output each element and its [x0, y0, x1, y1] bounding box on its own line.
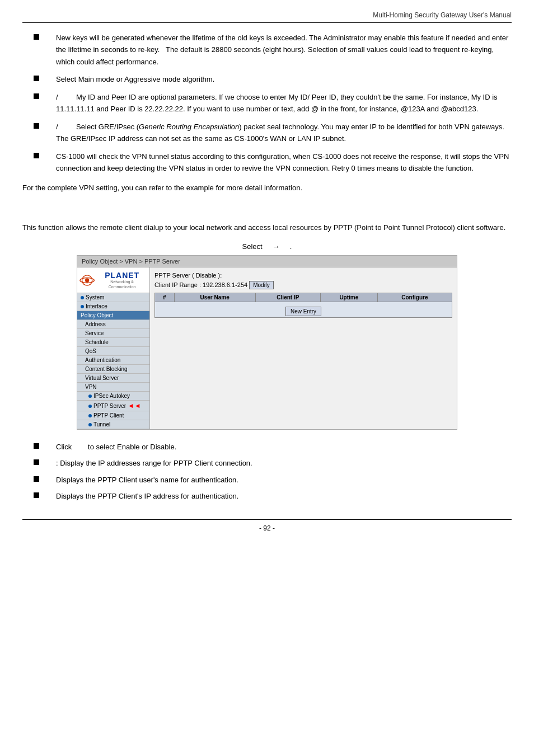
- planet-logo-icon: [79, 274, 95, 287]
- col-header-configure: Configure: [377, 293, 452, 302]
- modify-button[interactable]: Modify: [249, 281, 273, 289]
- bullet-item-3: / My ID and Peer ID are optional paramet…: [22, 91, 512, 115]
- header-title: Multi-Homing Security Gateway User's Man…: [373, 11, 512, 19]
- bullet-item-1: New keys will be generated whenever the …: [22, 32, 512, 68]
- table-new-entry-row: New Entry: [155, 302, 452, 318]
- page-footer: - 92 -: [22, 519, 512, 532]
- below-bullet-icon-2: [34, 459, 39, 465]
- below-bullet-text-2: : Display the IP addresses range for PPT…: [56, 457, 512, 469]
- new-entry-cell: New Entry: [155, 302, 452, 318]
- bullet-text-2: Select Main mode or Aggressive mode algo…: [56, 73, 512, 85]
- dot-icon: [88, 395, 92, 398]
- dot-icon: [88, 405, 92, 408]
- bullet-icon-1: [34, 34, 39, 40]
- nav-select-label: Select: [242, 242, 263, 251]
- client-ip-range: Client IP Range : 192.238.6.1-254 Modify: [154, 281, 452, 289]
- pptp-intro: This function allows the remote client d…: [22, 222, 512, 233]
- bullet-icon-2: [34, 76, 39, 81]
- below-bullet-2: : Display the IP addresses range for PPT…: [22, 457, 512, 469]
- sidebar-item-system[interactable]: System: [77, 293, 149, 302]
- bullet-item-2: Select Main mode or Aggressive mode algo…: [22, 73, 512, 85]
- sidebar-item-content-blocking[interactable]: Content Blocking: [77, 365, 149, 374]
- logo-area: PLANET Networking & Communication: [77, 267, 149, 293]
- bullet-text-3: / My ID and Peer ID are optional paramet…: [56, 91, 512, 115]
- dot-icon: [81, 296, 84, 299]
- bullet-text-4: / Select GRE/IPsec (Generic Routing Enca…: [56, 121, 512, 145]
- below-bullet-icon-4: [34, 492, 39, 498]
- col-header-index: #: [155, 293, 175, 302]
- sidebar-item-vpn[interactable]: VPN: [77, 383, 149, 392]
- sidebar-item-pptp-client[interactable]: PPTP Client: [77, 411, 149, 420]
- logo-text-sub: Networking & Communication: [97, 280, 147, 289]
- pptp-table: # User Name Client IP Uptime Configure N…: [154, 293, 452, 318]
- bullet-text-1: New keys will be generated whenever the …: [56, 32, 512, 68]
- below-bullet-list: Click to select Enable or Disable. : Dis…: [22, 441, 512, 503]
- below-bullet-1: Click to select Enable or Disable.: [22, 441, 512, 453]
- sidebar: PLANET Networking & Communication System…: [77, 267, 150, 429]
- arrow-indicator-icon: ◄◄: [128, 402, 141, 410]
- bullet-item-5: CS-1000 will check the VPN tunnel status…: [22, 151, 512, 175]
- sidebar-item-ipsec-autokey[interactable]: IPSec Autokey: [77, 392, 149, 401]
- bullet-icon-3: [34, 93, 39, 99]
- page-header: Multi-Homing Security Gateway User's Man…: [22, 11, 512, 23]
- sidebar-item-qos[interactable]: QoS: [77, 347, 149, 356]
- col-header-username: User Name: [174, 293, 255, 302]
- bullet-item-4: / Select GRE/IPsec (Generic Routing Enca…: [22, 121, 512, 145]
- ui-panel: Policy Object > VPN > PPTP Server PLANET…: [77, 255, 457, 430]
- below-bullet-text-4: Displays the PPTP Client's IP address fo…: [56, 490, 512, 502]
- nav-instruction: Select → .: [22, 242, 512, 251]
- sidebar-item-virtual-server[interactable]: Virtual Server: [77, 374, 149, 383]
- below-bullet-icon-3: [34, 476, 39, 482]
- sidebar-item-interface[interactable]: Interface: [77, 302, 149, 311]
- main-bullet-list: New keys will be generated whenever the …: [22, 32, 512, 174]
- vpn-note: For the complete VPN setting, you can re…: [22, 182, 512, 194]
- bullet-icon-5: [34, 153, 39, 158]
- ui-main-content: PPTP Server ( Disable ): Client IP Range…: [150, 267, 457, 429]
- col-header-clientip: Client IP: [255, 293, 320, 302]
- bullet-text-5: CS-1000 will check the VPN tunnel status…: [56, 151, 512, 175]
- below-bullet-3: Displays the PPTP Client user's name for…: [22, 474, 512, 486]
- pptp-status: PPTP Server ( Disable ): Client IP Range…: [154, 272, 452, 289]
- nav-arrow: →: [273, 242, 280, 251]
- ui-body: PLANET Networking & Communication System…: [77, 267, 457, 429]
- bullet-icon-4: [34, 123, 39, 129]
- logo-text-main: PLANET: [105, 271, 139, 280]
- sidebar-item-pptp-server[interactable]: PPTP Server ◄◄: [77, 401, 149, 411]
- below-bullet-4: Displays the PPTP Client's IP address fo…: [22, 490, 512, 502]
- sidebar-item-service[interactable]: Service: [77, 329, 149, 338]
- below-bullet-text-3: Displays the PPTP Client user's name for…: [56, 474, 512, 486]
- breadcrumb: Policy Object > VPN > PPTP Server: [77, 256, 457, 267]
- sidebar-item-schedule[interactable]: Schedule: [77, 338, 149, 347]
- sidebar-item-authentication[interactable]: Authentication: [77, 356, 149, 365]
- sidebar-item-policy-object[interactable]: Policy Object: [77, 311, 149, 320]
- svg-point-2: [85, 278, 89, 282]
- below-bullet-text-1: Click to select Enable or Disable.: [56, 441, 512, 453]
- pptp-status-label: PPTP Server ( Disable ):: [154, 272, 452, 279]
- page-number: - 92 -: [259, 524, 275, 532]
- dot-icon: [81, 305, 84, 308]
- dot-icon: [88, 414, 92, 417]
- new-entry-button[interactable]: New Entry: [285, 307, 321, 316]
- col-header-uptime: Uptime: [320, 293, 377, 302]
- planet-logo: PLANET Networking & Communication: [79, 271, 147, 289]
- below-bullet-icon-1: [34, 443, 39, 449]
- dot-icon: [88, 423, 92, 426]
- sidebar-item-address[interactable]: Address: [77, 320, 149, 329]
- nav-suffix: .: [290, 242, 292, 251]
- sidebar-item-tunnel[interactable]: Tunnel: [77, 420, 149, 429]
